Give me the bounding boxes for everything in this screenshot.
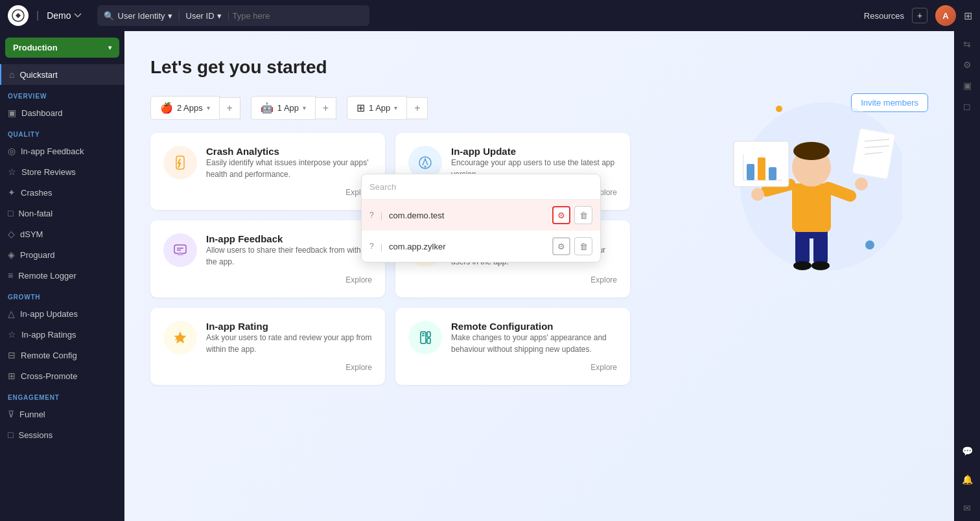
user-identity-dropdown[interactable]: User Identity ▾ — [118, 11, 180, 21]
apple-tab-chevron-icon: ▾ — [207, 104, 210, 111]
sidebar-item-store-reviews[interactable]: ☆ Store Reviews — [0, 161, 124, 182]
card-desc: Easily identify what issues interpose yo… — [206, 157, 372, 180]
sidebar-item-remote-config[interactable]: ⊟ Remote Config — [0, 345, 124, 365]
card-desc: Make changes to your apps' appearance an… — [451, 332, 617, 355]
dashboard-panel-icon[interactable]: ▣ — [963, 80, 972, 91]
sidebar-item-cross-promote[interactable]: ⊞ Cross-Promote — [0, 365, 124, 386]
environment-selector[interactable]: Production ▾ — [5, 38, 119, 58]
svg-point-1 — [740, 102, 902, 271]
windows-add-button[interactable]: + — [407, 97, 428, 119]
app-delete-button-1[interactable]: 🗑 — [574, 237, 592, 255]
star-icon: ☆ — [8, 167, 16, 177]
panel-icon[interactable]: ◻ — [963, 101, 971, 111]
sidebar-item-non-fatal[interactable]: □ Non-fatal — [0, 203, 124, 224]
sidebar-item-quickstart[interactable]: ⌂ Quickstart — [0, 64, 124, 85]
card-content-crash-analytics: Crash Analytics Easily identify what iss… — [206, 146, 372, 180]
inapp-feedback-explore[interactable]: Explore — [163, 273, 372, 284]
sidebar-section-quality: QUALITY — [0, 123, 124, 141]
search-input[interactable] — [233, 11, 363, 21]
svg-rect-3 — [795, 232, 810, 264]
sidebar-item-proguard[interactable]: ◈ Proguard — [0, 244, 124, 265]
card-inapp-feedback: In-app Feedback Allow users to share the… — [150, 220, 385, 297]
app-dropdown: ? | com.demo.test ⚙ 🗑 ? | com.app.zylker… — [361, 174, 601, 262]
sync-icon[interactable]: ⇆ — [963, 39, 971, 49]
hero-illustration — [695, 57, 902, 290]
sidebar-item-label: In-app Updates — [20, 309, 78, 319]
sidebar: Production ▾ ⌂ Quickstart OVERVIEW ▣ Das… — [0, 31, 124, 521]
resources-button[interactable]: Resources — [864, 11, 904, 21]
card-title: Remote Configuration — [451, 321, 617, 332]
sidebar-item-inapp-feedback[interactable]: ◎ In-app Feedback — [0, 141, 124, 161]
dropdown-item-q-0: ? — [369, 211, 374, 220]
ratings-icon: ☆ — [8, 329, 16, 340]
dropdown-item-sep-1: | — [380, 242, 382, 251]
svg-line-21 — [865, 139, 889, 141]
sidebar-item-dsym[interactable]: ◇ dSYM — [0, 224, 124, 244]
sidebar-item-dashboard[interactable]: ▣ Dashboard — [0, 102, 124, 123]
user-id-dropdown[interactable]: User ID ▾ — [183, 11, 229, 21]
sidebar-section-engagement: ENGAGEMENT — [0, 386, 124, 404]
sidebar-item-sessions[interactable]: □ Sessions — [0, 424, 124, 445]
svg-rect-7 — [792, 183, 831, 232]
crash-icon: ✦ — [8, 187, 16, 198]
android-tab-group: 🤖 1 App ▾ + — [251, 96, 336, 120]
dropdown-item-name-1: com.app.zylker — [389, 242, 445, 251]
app-settings-button-1[interactable]: ⚙ — [552, 237, 570, 255]
app-name-label: Demo — [47, 10, 71, 21]
windows-apps-tab[interactable]: ⊞ 1 App ▾ — [347, 96, 407, 120]
sidebar-item-inapp-updates[interactable]: △ In-app Updates — [0, 303, 124, 324]
apple-add-button[interactable]: + — [220, 97, 240, 119]
android-add-button[interactable]: + — [316, 97, 336, 119]
sidebar-item-label: Sessions — [18, 430, 52, 440]
funnel-icon: ⊽ — [8, 409, 14, 419]
add-button[interactable]: + — [912, 8, 928, 23]
apple-apps-tab[interactable]: 🍎 2 Apps ▾ — [150, 96, 220, 120]
sidebar-item-label: Remote Config — [21, 351, 77, 360]
card-title: In-app Rating — [206, 321, 372, 332]
card-crash-analytics: Crash Analytics Easily identify what iss… — [150, 133, 385, 210]
chat-icon[interactable]: 💬 — [962, 446, 973, 456]
grid-icon[interactable]: ⊞ — [964, 10, 972, 22]
bell-icon[interactable]: 🔔 — [962, 474, 973, 485]
app-settings-button-0[interactable]: ⚙ — [552, 206, 570, 224]
topbar-divider: | — [36, 10, 39, 21]
sidebar-item-crashes[interactable]: ✦ Crashes — [0, 182, 124, 203]
android-apps-tab[interactable]: 🤖 1 App ▾ — [251, 96, 316, 120]
inapp-feedback-icon — [163, 233, 197, 267]
svg-line-23 — [865, 152, 883, 154]
card-title: In-app Feedback — [206, 233, 372, 244]
app-delete-button-0[interactable]: 🗑 — [574, 206, 592, 224]
sidebar-item-label: Crashes — [21, 188, 52, 198]
message-icon[interactable]: ✉ — [963, 503, 971, 513]
page-title: Let's get you started — [150, 57, 928, 78]
card-title: In-app Update — [451, 146, 617, 157]
sidebar-item-inapp-ratings[interactable]: ☆ In-app Ratings — [0, 324, 124, 345]
sidebar-item-remote-logger[interactable]: ≡ Remote Logger — [0, 265, 124, 286]
dropdown-item-name-0: com.demo.test — [389, 211, 444, 220]
settings-icon[interactable]: ⚙ — [963, 60, 972, 70]
dropdown-item-1[interactable]: ? | com.app.zylker ⚙ 🗑 — [362, 231, 600, 262]
app-logo[interactable] — [8, 5, 29, 26]
dropdown-search-input[interactable] — [369, 182, 592, 192]
sidebar-item-label: Dashboard — [21, 108, 63, 118]
android-icon: 🤖 — [261, 102, 274, 114]
card-inapp-rating: In-app Rating Ask your users to rate and… — [150, 308, 385, 385]
card-desc: Allow users to share their feedback from… — [206, 244, 372, 268]
svg-rect-4 — [813, 232, 828, 264]
dropdown-item-actions-1: ⚙ 🗑 — [552, 237, 592, 255]
remote-config-explore[interactable]: Explore — [408, 360, 617, 372]
user-avatar[interactable]: A — [935, 5, 956, 26]
inapp-rating-explore[interactable]: Explore — [163, 360, 372, 372]
dropdown-item-0[interactable]: ? | com.demo.test ⚙ 🗑 — [362, 200, 600, 231]
home-icon: ⌂ — [9, 69, 14, 80]
sidebar-item-funnel[interactable]: ⊽ Funnel — [0, 404, 124, 424]
sidebar-item-label: In-app Feedback — [21, 146, 84, 156]
crash-analytics-explore[interactable]: Explore — [163, 185, 372, 197]
android-tab-chevron-icon: ▾ — [303, 104, 306, 111]
svg-rect-37 — [427, 338, 430, 343]
app-name[interactable]: Demo — [47, 10, 81, 21]
events-explore[interactable]: Explore — [408, 273, 617, 284]
apple-tab-label: 2 Apps — [177, 103, 203, 113]
invite-members-button[interactable]: Invite members — [851, 93, 928, 112]
svg-point-13 — [855, 178, 868, 191]
